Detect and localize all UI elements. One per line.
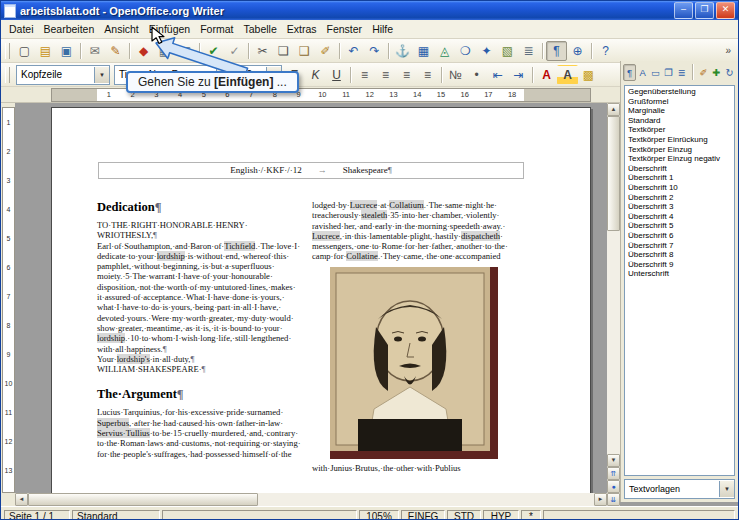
- menu-item[interactable]: Bearbeiten: [39, 22, 100, 36]
- style-list-item[interactable]: Überschrift 2: [625, 193, 734, 203]
- numbering-button[interactable]: №: [445, 65, 466, 85]
- update-style-icon[interactable]: ↻: [723, 64, 736, 81]
- hscroll-track[interactable]: [28, 493, 594, 506]
- style-list-item[interactable]: Gegenüberstellung: [625, 87, 734, 97]
- vscroll-track[interactable]: [607, 116, 620, 454]
- decrease-indent-button[interactable]: ⇤: [487, 65, 508, 85]
- navigator-icon[interactable]: ✦: [476, 41, 497, 61]
- increase-indent-button[interactable]: ⇥: [508, 65, 529, 85]
- style-list-item[interactable]: Überschrift 1: [625, 173, 734, 183]
- style-list-item[interactable]: Überschrift 9: [625, 260, 734, 270]
- align-left-button[interactable]: ≡: [354, 65, 375, 85]
- minimize-button[interactable]: –: [674, 2, 693, 19]
- previous-page-button[interactable]: ⇈: [607, 467, 620, 480]
- align-right-button[interactable]: ≡: [396, 65, 417, 85]
- highlighting-button[interactable]: A: [557, 65, 578, 85]
- hyperlink-icon[interactable]: ⚓: [392, 41, 413, 61]
- page-header[interactable]: English·​/·​KKF·​/·​12→Shakespeare¶: [98, 162, 524, 179]
- new-document-icon[interactable]: ▢: [14, 41, 35, 61]
- fill-format-mode-icon[interactable]: ✐: [697, 64, 710, 81]
- scroll-up-button[interactable]: ▲: [607, 103, 620, 116]
- gallery-icon[interactable]: ▧: [497, 41, 518, 61]
- horizontal-scrollbar[interactable]: ◄ ►: [15, 493, 607, 506]
- document-canvas[interactable]: English·​/·​KKF·​/·​12→Shakespeare¶ Dedi…: [15, 103, 607, 506]
- hscroll-thumb[interactable]: [28, 493, 258, 506]
- status-selection-mode[interactable]: STD: [447, 510, 481, 520]
- text-column-left[interactable]: Dedication¶ TO·​THE·​RIGHT·​HONORABLE·​H…: [97, 200, 302, 473]
- nonprinting-characters-icon[interactable]: ¶: [546, 41, 567, 61]
- document-as-email-icon[interactable]: ✉: [84, 41, 105, 61]
- character-styles-icon[interactable]: A: [636, 64, 649, 81]
- frame-styles-icon[interactable]: ▭: [649, 64, 662, 81]
- maximize-button[interactable]: ❐: [695, 2, 714, 19]
- status-hyperlink-mode[interactable]: HYP: [483, 510, 519, 520]
- status-insert-mode[interactable]: EINFG: [401, 510, 445, 520]
- vertical-scrollbar[interactable]: ▲ ▼ ⇈ ● ⇊: [607, 103, 620, 506]
- scroll-down-button[interactable]: ▼: [607, 454, 620, 467]
- paragraph-style-combo[interactable]: Kopfzeile ▼: [16, 65, 110, 85]
- menu-item[interactable]: Extras: [282, 22, 322, 36]
- find-replace-icon[interactable]: ❍: [455, 41, 476, 61]
- shakespeare-portrait-image[interactable]: [330, 267, 498, 459]
- undo-icon[interactable]: ↶: [343, 41, 364, 61]
- document-page[interactable]: English·​/·​KKF·​/·​12→Shakespeare¶ Dedi…: [51, 107, 591, 506]
- open-icon[interactable]: ▤: [35, 41, 56, 61]
- style-list-item[interactable]: Überschrift 10: [625, 183, 734, 193]
- background-color-button[interactable]: ▩: [578, 65, 599, 85]
- data-sources-icon[interactable]: ≣: [518, 41, 539, 61]
- style-list-item[interactable]: Überschrift 8: [625, 250, 734, 260]
- paste-icon[interactable]: ❑: [294, 41, 315, 61]
- status-zoom[interactable]: 105%: [359, 510, 399, 520]
- font-color-button[interactable]: A: [536, 65, 557, 85]
- style-list-item[interactable]: Textkörper Einzug: [625, 145, 734, 155]
- style-list-item[interactable]: Überschrift 6: [625, 231, 734, 241]
- italic-button[interactable]: K: [305, 65, 326, 85]
- toolbar-drag-handle[interactable]: [5, 67, 10, 83]
- redo-icon[interactable]: ↷: [364, 41, 385, 61]
- menu-item[interactable]: Ansicht: [99, 22, 143, 36]
- status-page-style[interactable]: Standard: [72, 510, 160, 520]
- toolbar-overflow-icon[interactable]: »: [721, 45, 735, 56]
- style-list-item[interactable]: Textkörper Einzug negativ: [625, 154, 734, 164]
- draw-functions-icon[interactable]: ◬: [434, 41, 455, 61]
- style-list-item[interactable]: Überschrift: [625, 164, 734, 174]
- navigation-button[interactable]: ●: [607, 480, 620, 493]
- next-page-button[interactable]: ⇊: [607, 493, 620, 506]
- style-list-item[interactable]: Textkörper Einrückung: [625, 135, 734, 145]
- table-icon[interactable]: ▦: [413, 41, 434, 61]
- save-icon[interactable]: ▣: [56, 41, 77, 61]
- menu-item[interactable]: Datei: [4, 22, 39, 36]
- style-list-item[interactable]: Textkörper: [625, 125, 734, 135]
- status-page-number[interactable]: Seite 1 / 1: [4, 510, 70, 520]
- style-list-item[interactable]: Überschrift 3: [625, 202, 734, 212]
- scroll-right-button[interactable]: ►: [594, 493, 607, 506]
- style-list-item[interactable]: Marginalie: [625, 106, 734, 116]
- page-styles-icon[interactable]: ❐: [662, 64, 675, 81]
- scroll-left-button[interactable]: ◄: [15, 493, 28, 506]
- new-style-from-selection-icon[interactable]: ✚: [710, 64, 723, 81]
- style-list-item[interactable]: Grußformel: [625, 97, 734, 107]
- style-list-item[interactable]: Überschrift 4: [625, 212, 734, 222]
- vscroll-thumb[interactable]: [607, 116, 620, 231]
- toolbar-drag-handle[interactable]: [5, 43, 10, 59]
- menu-item[interactable]: Hilfe: [367, 22, 398, 36]
- bullets-button[interactable]: •: [466, 65, 487, 85]
- paragraph-styles-icon[interactable]: ¶: [623, 64, 636, 81]
- text-column-right[interactable]: lodged·​by·​Lucrece·​at·​Collatium.·​The…: [312, 200, 522, 473]
- style-group-combo[interactable]: Textvorlagen ▼: [624, 479, 735, 499]
- copy-icon[interactable]: ❏: [273, 41, 294, 61]
- align-center-button[interactable]: ≡: [375, 65, 396, 85]
- style-list-item[interactable]: Überschrift 5: [625, 221, 734, 231]
- close-button[interactable]: ✕: [716, 2, 735, 19]
- style-list-item[interactable]: Unterschrift: [625, 269, 734, 279]
- format-paintbrush-icon[interactable]: ✐: [315, 41, 336, 61]
- combo-dropdown-icon[interactable]: ▼: [719, 481, 734, 497]
- help-icon[interactable]: ?: [595, 41, 616, 61]
- combo-dropdown-icon[interactable]: ▼: [94, 67, 109, 83]
- style-list-item[interactable]: Überschrift 7: [625, 241, 734, 251]
- list-styles-icon[interactable]: ≣: [675, 64, 688, 81]
- edit-file-icon[interactable]: ✎: [105, 41, 126, 61]
- vertical-ruler[interactable]: 12345678910111213: [1, 103, 15, 506]
- zoom-icon[interactable]: ⊕: [567, 41, 588, 61]
- menu-item[interactable]: Fenster: [322, 22, 368, 36]
